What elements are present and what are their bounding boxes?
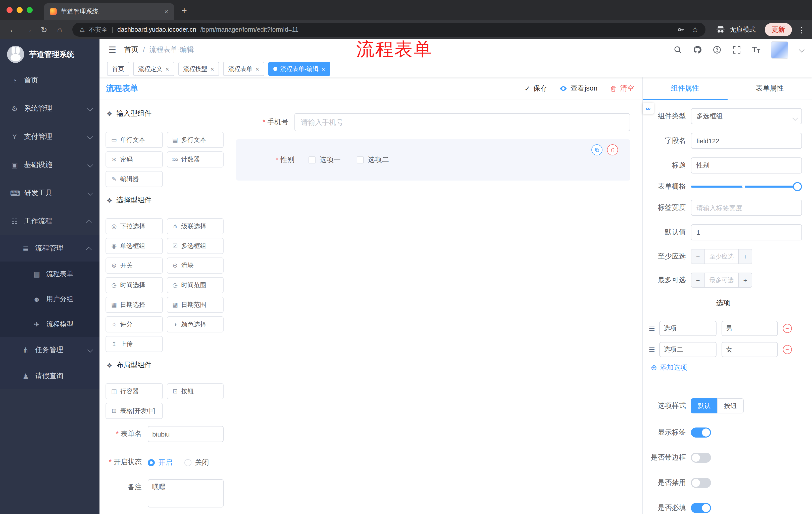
tag-process-form-edit[interactable]: 流程表单-编辑 ×: [268, 62, 330, 76]
palette-item-table[interactable]: ⊞ 表格[开发中]: [106, 403, 163, 419]
link-icon[interactable]: ∞: [643, 103, 654, 114]
stepper-decrease-button[interactable]: −: [691, 249, 705, 264]
tag-process-definition[interactable]: 流程定义 ×: [133, 62, 174, 76]
new-tab-button[interactable]: +: [181, 5, 187, 16]
browser-menu-icon[interactable]: ⋮: [797, 25, 806, 34]
tag-process-form[interactable]: 流程表单 ×: [223, 62, 264, 76]
clear-button[interactable]: 清空: [609, 84, 634, 93]
sidebar-item-leave-query[interactable]: ♟ 请假查询: [0, 363, 99, 389]
palette-item-time-picker[interactable]: ◷ 时间选择: [106, 277, 163, 293]
sidebar-item-system[interactable]: ⚙ 系统管理: [0, 94, 99, 123]
fullscreen-icon[interactable]: [732, 45, 742, 54]
field-name-input[interactable]: [691, 133, 802, 149]
palette-item-rate[interactable]: ☆ 评分: [106, 316, 163, 332]
palette-item-date-range[interactable]: ▩ 日期范围: [167, 297, 224, 313]
style-default-button[interactable]: 默认: [691, 398, 717, 413]
search-icon[interactable]: [673, 45, 683, 54]
tag-close-icon[interactable]: ×: [322, 65, 325, 73]
palette-item-select[interactable]: ◎ 下拉选择: [106, 218, 163, 234]
palette-item-editor[interactable]: ✎ 编辑器: [106, 171, 163, 187]
tag-process-model[interactable]: 流程模型 ×: [178, 62, 219, 76]
help-icon[interactable]: [713, 45, 722, 54]
tab-component-props[interactable]: 组件属性: [643, 77, 727, 100]
label-width-input[interactable]: [691, 200, 802, 216]
option-1-label-input[interactable]: [659, 321, 716, 336]
palette-item-switch[interactable]: ⊚ 开关: [106, 258, 163, 274]
sidebar-item-devtools[interactable]: ⌨ 研发工具: [0, 179, 99, 207]
status-off-radio[interactable]: 关闭: [184, 458, 209, 467]
save-button[interactable]: ✓ 保存: [524, 84, 547, 93]
view-json-button[interactable]: 查看json: [559, 84, 598, 93]
window-minimize-button[interactable]: [17, 7, 23, 13]
palette-item-checkbox-group[interactable]: ☑ 多选框组: [167, 238, 224, 254]
tab-form-props[interactable]: 表单属性: [727, 77, 812, 100]
form-grid-slider[interactable]: [691, 186, 798, 188]
show-label-toggle[interactable]: [691, 428, 711, 437]
sidebar-collapse-icon[interactable]: ☰: [109, 45, 116, 55]
forward-icon[interactable]: →: [22, 25, 35, 34]
palette-item-date-picker[interactable]: ▦ 日期选择: [106, 297, 163, 313]
palette-item-slider[interactable]: ⊝ 滑块: [167, 258, 224, 274]
palette-item-color-picker[interactable]: ◑ 颜色选择: [167, 316, 224, 332]
canvas-field-gender-selected[interactable]: 性别 选项一 选项二: [236, 139, 630, 181]
sidebar-item-home[interactable]: ◔ 首页: [0, 66, 99, 94]
palette-item-button[interactable]: ⊡ 按钮: [167, 383, 224, 399]
title-input[interactable]: [691, 157, 802, 173]
back-icon[interactable]: ←: [6, 25, 20, 34]
breadcrumb-home[interactable]: 首页: [124, 45, 139, 54]
stepper-increase-button[interactable]: +: [738, 249, 752, 264]
user-avatar[interactable]: [771, 41, 788, 59]
sidebar-item-process-model[interactable]: ✈ 流程模型: [0, 312, 99, 337]
component-type-value[interactable]: [691, 108, 802, 124]
sidebar-item-process-form[interactable]: ▤ 流程表单: [0, 262, 99, 287]
palette-item-password[interactable]: ∗ 密码: [106, 152, 163, 167]
sidebar-item-task-management[interactable]: ⋔ 任务管理: [0, 337, 99, 363]
canvas-field-phone[interactable]: 手机号: [236, 113, 630, 131]
gender-option-2-checkbox[interactable]: 选项二: [357, 155, 389, 164]
slider-handle[interactable]: [793, 182, 802, 191]
drag-handle-icon[interactable]: ☰: [649, 324, 655, 332]
sidebar-item-workflow[interactable]: ☷ 工作流程: [0, 207, 99, 235]
gender-option-1-checkbox[interactable]: 选项一: [309, 155, 341, 164]
bookmark-star-icon[interactable]: ☆: [692, 25, 698, 34]
palette-item-upload[interactable]: ↥ 上传: [106, 336, 163, 352]
add-option-button[interactable]: ⊕ 添加选项: [645, 363, 802, 372]
browser-tab[interactable]: 芋道管理系统 ×: [44, 3, 174, 20]
disabled-toggle[interactable]: [691, 478, 711, 488]
drag-handle-icon[interactable]: ☰: [649, 346, 655, 354]
password-key-icon[interactable]: [676, 26, 685, 34]
palette-item-multi-line-text[interactable]: ▤ 多行文本: [167, 132, 224, 148]
tag-close-icon[interactable]: ×: [210, 65, 214, 73]
tag-close-icon[interactable]: ×: [165, 65, 169, 73]
remove-option-icon[interactable]: −: [783, 345, 792, 354]
border-toggle[interactable]: [691, 453, 711, 463]
palette-item-row-container[interactable]: ◫ 行容器: [106, 383, 163, 399]
tab-close-icon[interactable]: ×: [163, 7, 169, 16]
option-2-label-input[interactable]: [659, 342, 716, 357]
min-select-placeholder[interactable]: 至少应选: [705, 249, 738, 264]
required-toggle[interactable]: [691, 503, 711, 513]
style-button-button[interactable]: 按钮: [717, 398, 744, 413]
option-1-value-input[interactable]: [721, 321, 778, 336]
sidebar-item-user-group[interactable]: ☻ 用户分组: [0, 287, 99, 312]
window-zoom-button[interactable]: [27, 7, 33, 13]
window-close-button[interactable]: [6, 7, 12, 13]
form-remark-input[interactable]: 嘿嘿: [148, 479, 224, 508]
form-canvas[interactable]: 手机号: [230, 100, 642, 514]
status-on-radio[interactable]: 开启: [148, 458, 172, 467]
browser-update-button[interactable]: 更新: [765, 23, 792, 36]
delete-component-button[interactable]: [607, 144, 618, 155]
url-omnibox[interactable]: ⚠ 不安全 | dashboard.yudao.iocoder.cn /bpm/…: [72, 23, 705, 37]
component-type-select[interactable]: [691, 108, 802, 124]
phone-input[interactable]: [294, 113, 630, 131]
palette-item-counter[interactable]: 123 计数器: [167, 152, 224, 167]
palette-item-radio-group[interactable]: ◉ 单选框组: [106, 238, 163, 254]
sidebar-item-infrastructure[interactable]: ▣ 基础设施: [0, 151, 99, 179]
stepper-decrease-button[interactable]: −: [691, 273, 705, 287]
remove-option-icon[interactable]: −: [783, 324, 792, 333]
font-size-icon[interactable]: T T: [752, 46, 760, 54]
sidebar-item-process-management[interactable]: ≣ 流程管理: [0, 235, 99, 262]
default-value-input[interactable]: [691, 224, 802, 240]
form-name-input[interactable]: [148, 426, 224, 442]
max-select-placeholder[interactable]: 最多可选: [705, 273, 738, 287]
